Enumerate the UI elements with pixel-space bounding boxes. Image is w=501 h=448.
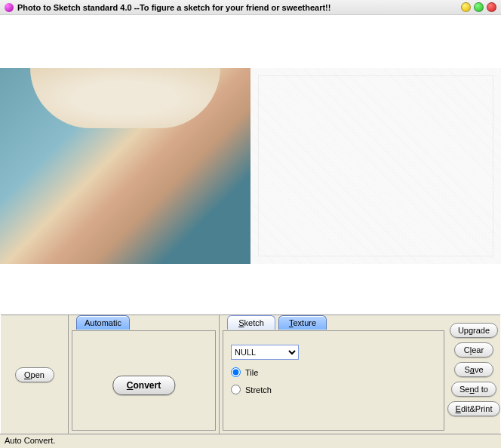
stretch-radio[interactable] <box>231 385 241 394</box>
title-bar: Photo to Sketch standard 4.0 --To figure… <box>0 0 501 15</box>
tile-label[interactable]: Tile <box>245 368 258 377</box>
mode-tab-body: Convert <box>72 330 216 431</box>
action-column: Upgrade Clear Save Send to Edit&Print <box>447 315 500 434</box>
sketch-photo <box>250 68 501 264</box>
minimize-icon[interactable] <box>461 2 471 12</box>
mode-tabs: Automatic <box>76 315 130 329</box>
save-button[interactable]: Save <box>454 362 493 377</box>
sendto-button[interactable]: Send to <box>451 382 496 397</box>
texture-select[interactable]: NULL <box>231 345 299 360</box>
convert-button[interactable]: Convert <box>112 376 175 395</box>
preview-area <box>0 15 501 315</box>
window-title: Photo to Sketch standard 4.0 --To figure… <box>17 3 461 12</box>
open-label: pen <box>31 370 45 379</box>
upgrade-button[interactable]: Upgrade <box>450 323 498 338</box>
close-icon[interactable] <box>487 2 496 12</box>
control-panel: Open Automatic Convert Sketch Texture NU… <box>1 315 500 434</box>
window-controls <box>461 2 496 12</box>
tile-radio[interactable] <box>231 367 241 377</box>
stretch-label[interactable]: Stretch <box>245 385 272 394</box>
texture-panel: NULL Tile Stretch <box>223 330 444 431</box>
tab-sketch[interactable]: Sketch <box>227 315 275 330</box>
open-column: Open <box>1 315 69 434</box>
convert-label: onvert <box>133 380 161 391</box>
status-bar: Auto Convert. <box>0 434 501 448</box>
tab-texture[interactable]: Texture <box>278 315 327 330</box>
maximize-icon[interactable] <box>474 2 484 12</box>
original-photo <box>0 68 250 264</box>
editprint-button[interactable]: Edit&Print <box>447 401 501 416</box>
mode-column: Automatic Convert <box>69 315 220 434</box>
option-tabs: Sketch Texture <box>227 315 327 329</box>
open-button[interactable]: Open <box>15 367 54 382</box>
tab-automatic[interactable]: Automatic <box>76 315 130 330</box>
app-icon <box>5 3 14 12</box>
options-column: Sketch Texture NULL Tile Stretch <box>220 315 447 434</box>
clear-button[interactable]: Clear <box>454 342 493 357</box>
